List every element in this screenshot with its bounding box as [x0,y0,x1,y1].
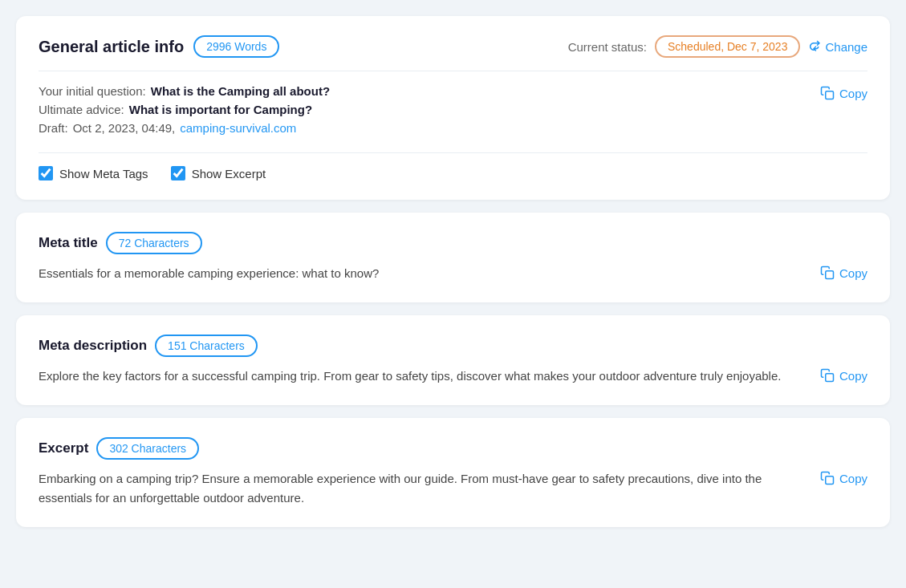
general-copy-label: Copy [839,87,867,100]
show-excerpt-label: Show Excerpt [192,167,266,180]
meta-title-card: Meta title 72 Characters Essentials for … [16,213,890,302]
copy-icon-meta-desc [820,368,835,383]
draft-link[interactable]: camping-survival.com [180,121,296,135]
meta-description-card: Meta description 151 Characters Explore … [16,315,890,405]
show-meta-tags-label: Show Meta Tags [59,167,148,180]
initial-question-row: Your initial question: What is the Campi… [39,84,330,98]
ultimate-advice-value: What is important for Camping? [129,103,312,116]
checkbox-row: Show Meta Tags Show Excerpt [39,166,867,180]
status-label: Current status: [568,40,647,54]
show-meta-tags-input[interactable] [39,166,53,180]
meta-desc-content: Explore the key factors for a successful… [39,367,867,386]
general-info-card: General article info 2996 Words Current … [16,16,890,200]
general-header: General article info 2996 Words Current … [39,35,867,58]
excerpt-header: Excerpt 302 Characters [39,437,867,460]
article-info-text: Your initial question: What is the Campi… [39,84,330,140]
meta-title-copy-label: Copy [839,266,867,280]
general-title: General article info [39,38,184,56]
svg-rect-1 [826,271,834,279]
meta-title-copy-button[interactable]: Copy [820,264,867,280]
divider-2 [39,152,867,153]
initial-question-label: Your initial question: [39,84,146,98]
excerpt-text: Embarking on a camping trip? Ensure a me… [39,469,804,508]
svg-rect-2 [826,374,834,382]
change-label: Change [825,40,867,54]
divider-1 [39,71,867,71]
initial-question-value: What is the Camping all about? [151,84,330,98]
status-value: Scheduled, Dec 7, 2023 [655,35,800,58]
meta-title-text: Essentials for a memorable camping exper… [39,264,804,283]
meta-desc-header: Meta description 151 Characters [39,335,867,357]
excerpt-card: Excerpt 302 Characters Embarking on a ca… [16,418,890,527]
meta-desc-copy-button[interactable]: Copy [820,367,867,383]
meta-desc-copy-label: Copy [839,369,867,383]
ultimate-advice-label: Ultimate advice: [39,103,124,116]
general-copy-button[interactable]: Copy [820,84,867,100]
status-area: Current status: Scheduled, Dec 7, 2023 C… [568,35,867,58]
svg-rect-3 [826,476,834,485]
meta-desc-title: Meta description [39,338,147,354]
draft-row: Draft: Oct 2, 2023, 04:49, camping-survi… [39,121,330,135]
meta-desc-text: Explore the key factors for a successful… [39,367,804,386]
meta-title-badge: 72 Characters [106,232,202,254]
meta-title-content: Essentials for a memorable camping exper… [39,264,867,283]
meta-title-title: Meta title [39,235,98,251]
meta-title-header: Meta title 72 Characters [39,232,867,254]
excerpt-copy-button[interactable]: Copy [820,469,867,485]
change-button[interactable]: Change [808,40,867,54]
show-excerpt-input[interactable] [171,166,185,180]
show-excerpt-checkbox[interactable]: Show Excerpt [171,166,266,180]
ultimate-advice-row: Ultimate advice: What is important for C… [39,103,330,116]
excerpt-copy-label: Copy [839,472,867,485]
meta-desc-badge: 151 Characters [155,335,258,357]
show-meta-tags-checkbox[interactable]: Show Meta Tags [39,166,148,180]
draft-label: Draft: [39,121,68,135]
draft-date: Oct 2, 2023, 04:49, [73,121,176,135]
copy-icon [820,86,835,100]
excerpt-badge: 302 Characters [96,437,199,460]
svg-rect-0 [826,91,834,99]
copy-icon-meta-title [820,266,835,280]
copy-icon-excerpt [820,471,835,485]
excerpt-content: Embarking on a camping trip? Ensure a me… [39,469,867,508]
words-badge: 2996 Words [193,35,279,58]
excerpt-title: Excerpt [39,440,88,456]
change-icon [808,40,821,53]
